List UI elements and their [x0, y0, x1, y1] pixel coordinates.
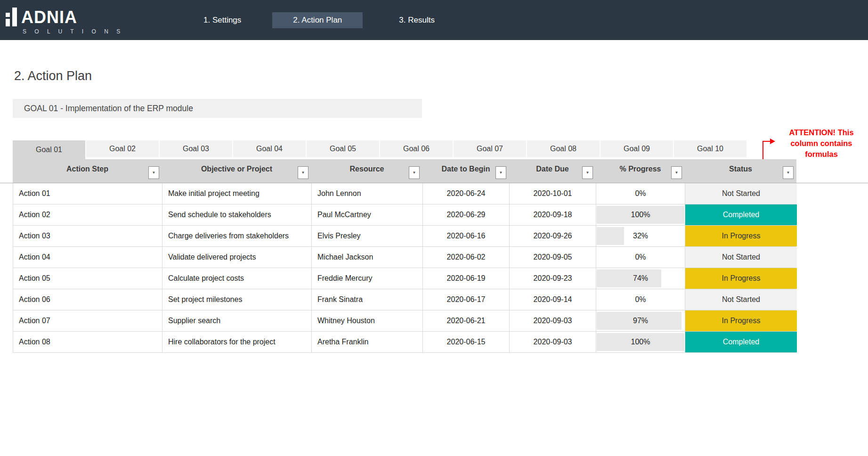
cell-action-step[interactable]: Action 04 [13, 247, 162, 268]
column-header-date-to-begin: Date to Begin▼ [422, 159, 509, 183]
cell-date-due[interactable]: 2020-09-26 [510, 226, 596, 246]
cell-action-step[interactable]: Action 07 [13, 310, 162, 331]
cell-resource[interactable]: Whitney Houston [312, 310, 423, 331]
column-header-date-due: Date Due▼ [509, 159, 596, 183]
tab-goal-05[interactable]: Goal 05 [307, 140, 379, 157]
cell-status[interactable]: Not Started [685, 183, 797, 204]
cell-progress[interactable]: 97% [596, 310, 685, 331]
cell-date-begin[interactable]: 2020-06-21 [423, 310, 510, 331]
filter-dropdown-button-date-due[interactable]: ▼ [582, 166, 593, 179]
filter-dropdown-button-progress[interactable]: ▼ [671, 166, 682, 179]
cell-action-step[interactable]: Action 06 [13, 289, 162, 310]
cell-date-due[interactable]: 2020-09-05 [510, 247, 596, 268]
tab-goal-03[interactable]: Goal 03 [160, 140, 232, 157]
formula-warning-note: ATTENTION! This column contains formulas [779, 127, 863, 160]
cell-status[interactable]: Not Started [685, 247, 797, 268]
tab-goal-06[interactable]: Goal 06 [380, 140, 453, 157]
cell-objective[interactable]: Send schedule to stakeholders [162, 204, 312, 225]
column-header-label: Resource [311, 165, 422, 173]
cell-resource[interactable]: Freddie Mercury [312, 268, 423, 289]
filter-dropdown-button-status[interactable]: ▼ [783, 166, 794, 179]
cell-date-begin[interactable]: 2020-06-24 [423, 183, 510, 204]
tab-goal-04[interactable]: Goal 04 [233, 140, 306, 157]
cell-status[interactable]: Completed [685, 204, 797, 225]
nav-2-action-plan[interactable]: 2. Action Plan [272, 12, 363, 28]
cell-progress[interactable]: 100% [596, 332, 685, 352]
cell-status[interactable]: In Progress [685, 226, 797, 246]
filter-dropdown-button-date-to-begin[interactable]: ▼ [495, 166, 506, 179]
cell-resource[interactable]: Frank Sinatra [312, 289, 423, 310]
cell-date-due[interactable]: 2020-09-14 [510, 289, 596, 310]
filter-dropdown-icon: ▼ [787, 171, 790, 175]
cell-resource[interactable]: Elvis Presley [312, 226, 423, 246]
column-header-resource: Resource▼ [311, 159, 422, 183]
annotation-arrow [763, 141, 771, 142]
column-header-progress: % Progress▼ [596, 159, 685, 183]
cell-action-step[interactable]: Action 08 [13, 332, 162, 352]
filter-dropdown-button-resource[interactable]: ▼ [409, 166, 420, 179]
cell-progress[interactable]: 0% [596, 247, 685, 268]
filter-dropdown-button-objective-or-project[interactable]: ▼ [298, 166, 308, 179]
cell-date-begin[interactable]: 2020-06-29 [423, 204, 510, 225]
cell-action-step[interactable]: Action 05 [13, 268, 162, 289]
cell-date-begin[interactable]: 2020-06-16 [423, 226, 510, 246]
progress-value: 100% [596, 211, 685, 219]
cell-status[interactable]: In Progress [685, 268, 797, 289]
status-badge: Completed [685, 332, 797, 352]
cell-resource[interactable]: Michael Jackson [312, 247, 423, 268]
cell-objective[interactable]: Hire collaborators for the project [162, 332, 312, 352]
brand-name: ADNIA [21, 7, 77, 27]
cell-date-due[interactable]: 2020-09-23 [510, 268, 596, 289]
table-row: Action 06Set project milestonesFrank Sin… [13, 289, 796, 310]
table-header-row: Action Step▼Objective or Project▼Resourc… [13, 159, 796, 183]
cell-resource[interactable]: Paul McCartney [312, 204, 423, 225]
cell-date-due[interactable]: 2020-10-01 [510, 183, 596, 204]
cell-date-due[interactable]: 2020-09-03 [510, 310, 596, 331]
cell-status[interactable]: Completed [685, 332, 797, 352]
cell-progress[interactable]: 100% [596, 204, 685, 225]
cell-date-due[interactable]: 2020-09-18 [510, 204, 596, 225]
cell-objective[interactable]: Supplier search [162, 310, 312, 331]
tab-goal-07[interactable]: Goal 07 [454, 140, 526, 157]
cell-resource[interactable]: John Lennon [312, 183, 423, 204]
cell-progress[interactable]: 0% [596, 289, 685, 310]
cell-date-begin[interactable]: 2020-06-17 [423, 289, 510, 310]
table-row: Action 01Make initial project meetingJoh… [13, 183, 796, 204]
cell-progress[interactable]: 32% [596, 226, 685, 246]
cell-objective[interactable]: Set project milestones [162, 289, 312, 310]
cell-progress[interactable]: 0% [596, 183, 685, 204]
cell-resource[interactable]: Aretha Franklin [312, 332, 423, 352]
cell-status[interactable]: In Progress [685, 310, 797, 331]
cell-objective[interactable]: Validate delivered projects [162, 247, 312, 268]
tab-goal-10[interactable]: Goal 10 [674, 140, 746, 157]
filter-dropdown-icon: ▼ [301, 171, 305, 175]
status-badge: Not Started [685, 289, 797, 310]
table-row: Action 02Send schedule to stakeholdersPa… [13, 204, 796, 226]
cell-objective[interactable]: Charge deliveries from stakeholders [162, 226, 312, 246]
cell-objective[interactable]: Calculate project costs [162, 268, 312, 289]
tab-goal-08[interactable]: Goal 08 [527, 140, 600, 157]
annotation-arrow-head-icon [770, 138, 775, 144]
cell-status[interactable]: Not Started [685, 289, 797, 310]
tab-goal-02[interactable]: Goal 02 [86, 140, 159, 157]
cell-date-begin[interactable]: 2020-06-15 [423, 332, 510, 352]
column-header-label: Status [685, 165, 796, 173]
cell-date-begin[interactable]: 2020-06-02 [423, 247, 510, 268]
cell-action-step[interactable]: Action 02 [13, 204, 162, 225]
tab-goal-01[interactable]: Goal 01 [13, 140, 85, 159]
cell-date-begin[interactable]: 2020-06-19 [423, 268, 510, 289]
nav-3-results[interactable]: 3. Results [399, 16, 435, 25]
cell-action-step[interactable]: Action 03 [13, 226, 162, 246]
cell-objective[interactable]: Make initial project meeting [162, 183, 312, 204]
cell-action-step[interactable]: Action 01 [13, 183, 162, 204]
filter-dropdown-button-action-step[interactable]: ▼ [148, 166, 159, 179]
brand-subtitle: S O L U T I O N S [23, 28, 123, 35]
column-header-objective-or-project: Objective or Project▼ [162, 159, 311, 183]
filter-dropdown-icon: ▼ [152, 171, 156, 175]
cell-date-due[interactable]: 2020-09-03 [510, 332, 596, 352]
nav-1-settings[interactable]: 1. Settings [203, 12, 242, 29]
tab-goal-09[interactable]: Goal 09 [600, 140, 673, 157]
cell-progress[interactable]: 74% [596, 268, 685, 289]
progress-value: 0% [596, 189, 685, 198]
progress-value: 0% [596, 253, 685, 261]
